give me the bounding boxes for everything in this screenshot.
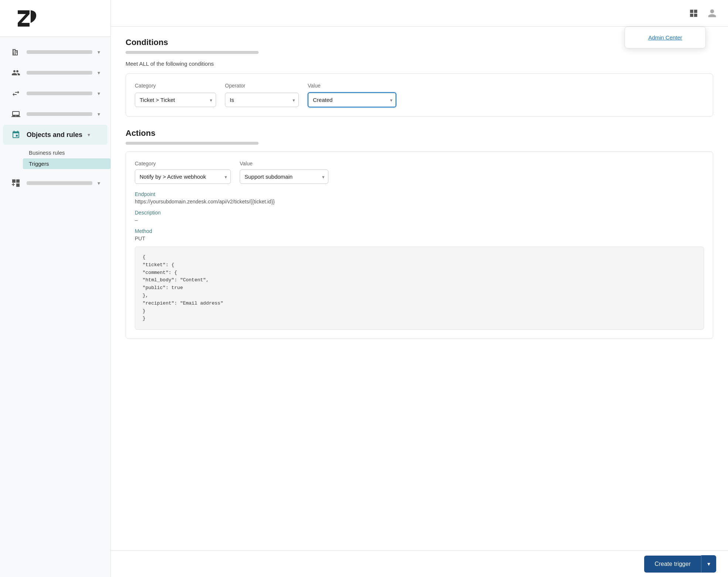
endpoint-value: https://yoursubdomain.zendesk.com/api/v2… (135, 199, 704, 205)
admin-dropdown: Admin Center (625, 27, 706, 48)
actions-box: Category Notify by > Active webhook Noti… (126, 151, 713, 339)
sidebar-item-business-rules[interactable]: Business rules (23, 147, 110, 158)
actions-title: Actions (126, 128, 713, 138)
nav-label-bar-buildings (27, 50, 92, 54)
operator-label: Operator (225, 83, 299, 89)
user-avatar-icon[interactable] (705, 6, 719, 20)
nav-items: ▾ ▾ ▾ ▾ (0, 37, 110, 577)
category-select[interactable]: Ticket > Ticket Ticket > Status Ticket >… (135, 93, 216, 107)
sidebar-item-monitor[interactable]: ▾ (3, 104, 107, 124)
conditions-bar (126, 51, 259, 54)
zendesk-logo-icon (10, 7, 40, 30)
action-category-select[interactable]: Notify by > Active webhook Notify by > E… (135, 169, 231, 184)
create-trigger-caret-button[interactable]: ▾ (701, 555, 716, 573)
condition-row: Ticket > Ticket Ticket > Status Ticket >… (135, 92, 704, 107)
operator-select-wrap: Is Is not Contains ▾ (225, 93, 299, 107)
actions-bar (126, 142, 259, 145)
value-select-wrap: Created Updated Solved Closed ▾ (308, 92, 396, 107)
nav-chevron-monitor: ▾ (98, 111, 100, 117)
category-select-wrap: Ticket > Ticket Ticket > Status Ticket >… (135, 93, 216, 107)
nav-label-bar-apps (27, 181, 92, 185)
method-label: Method (135, 228, 704, 234)
sub-nav-objects-rules: Business rules Triggers (0, 145, 110, 172)
nav-chevron-apps: ▾ (98, 180, 100, 186)
nav-label-bar-people (27, 71, 92, 75)
sidebar-item-buildings[interactable]: ▾ (3, 42, 107, 62)
value-select[interactable]: Created Updated Solved Closed (308, 92, 396, 107)
topbar: Admin Center (111, 0, 728, 27)
description-value: – (135, 217, 704, 223)
action-category-label: Category (135, 161, 231, 166)
sidebar-item-triggers[interactable]: Triggers (23, 158, 110, 169)
objects-rules-icon (10, 129, 21, 140)
monitor-icon (10, 109, 21, 120)
action-value-select[interactable]: Support subdomain Other subdomain (240, 169, 328, 184)
code-block: { "ticket": { "comment": { "html_body": … (135, 247, 704, 330)
nav-chevron-buildings: ▾ (98, 49, 100, 55)
action-value-col: Value Support subdomain Other subdomain … (240, 161, 328, 184)
objects-rules-label: Objects and rules (27, 131, 82, 139)
value-label: Value (308, 83, 396, 89)
conditions-row-labels: Category Operator Value (135, 83, 704, 89)
sidebar-item-apps[interactable]: ▾ (3, 173, 107, 193)
category-label: Category (135, 83, 216, 89)
conditions-box: Category Operator Value Ticket > Ticket … (126, 73, 713, 117)
action-value-label: Value (240, 161, 328, 166)
description-label: Description (135, 210, 704, 216)
people-icon (10, 67, 21, 78)
create-trigger-button[interactable]: Create trigger (644, 556, 701, 573)
bottom-bar: Create trigger ▾ (111, 550, 728, 577)
action-category-col: Category Notify by > Active webhook Noti… (135, 161, 231, 184)
apps-icon (10, 178, 21, 189)
nav-chevron-people: ▾ (98, 70, 100, 76)
admin-center-link[interactable]: Admin Center (625, 30, 705, 45)
sidebar: ▾ ▾ ▾ ▾ (0, 0, 111, 577)
sidebar-item-arrows[interactable]: ▾ (3, 83, 107, 103)
building-icon (10, 47, 21, 58)
nav-label-bar-monitor (27, 112, 92, 116)
action-value-select-wrap: Support subdomain Other subdomain ▾ (240, 169, 328, 184)
action-row: Category Notify by > Active webhook Noti… (135, 161, 704, 184)
nav-chevron-arrows: ▾ (98, 90, 100, 96)
operator-select[interactable]: Is Is not Contains (225, 93, 299, 107)
method-value: PUT (135, 236, 704, 241)
nav-label-bar-arrows (27, 92, 92, 95)
action-category-select-wrap: Notify by > Active webhook Notify by > E… (135, 169, 231, 184)
grid-icon[interactable] (687, 6, 701, 20)
sidebar-item-people[interactable]: ▾ (3, 63, 107, 83)
content-area: Conditions Meet ALL of the following con… (111, 27, 728, 577)
action-details: Endpoint https://yoursubdomain.zendesk.c… (135, 191, 704, 330)
endpoint-label: Endpoint (135, 191, 704, 197)
main-area: Admin Center Conditions Meet ALL of the … (111, 0, 728, 577)
arrows-icon (10, 88, 21, 99)
conditions-description: Meet ALL of the following conditions (126, 61, 713, 67)
logo-area (0, 0, 110, 37)
nav-chevron-objects-rules: ▾ (88, 132, 90, 138)
sidebar-item-objects-rules[interactable]: Objects and rules ▾ (3, 125, 107, 145)
